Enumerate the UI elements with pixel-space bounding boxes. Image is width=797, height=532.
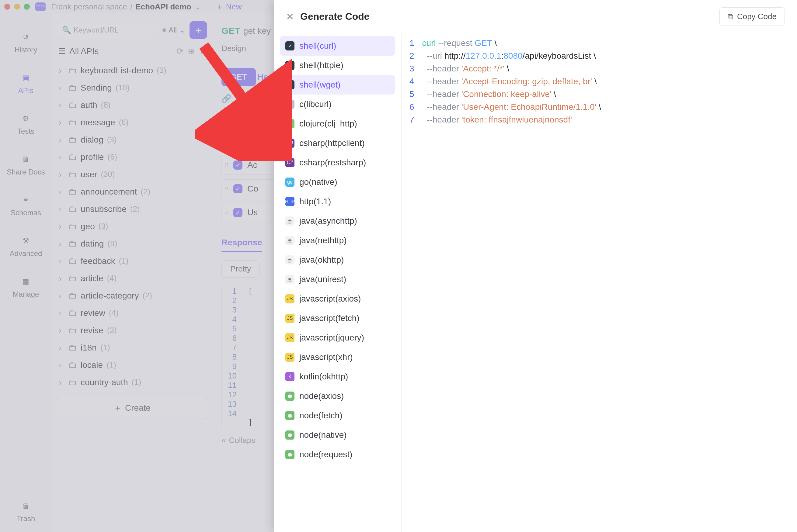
lang-label: java(asynchttp) [299,216,357,226]
lang-label: node(native) [299,430,347,440]
lang-item[interactable]: gogo(native) [280,172,395,192]
lang-item[interactable]: ☕java(okhttp) [280,250,395,270]
cs-icon: C# [285,139,295,148]
java-icon: ☕ [285,255,295,265]
cs-icon: C# [285,158,295,167]
lang-item[interactable]: C#csharp(restsharp) [280,153,395,172]
node-icon: ⬢ [285,411,295,420]
lang-label: java(okhttp) [299,255,344,265]
copy-code-button[interactable]: ⧉Copy Code [719,7,785,26]
lang-item[interactable]: ☕java(asynchttp) [280,211,395,231]
lang-item[interactable]: C#csharp(httpclient) [280,133,395,153]
lang-label: javascript(xhr) [299,352,353,362]
lang-label: java(nethttp) [299,235,347,245]
java-icon: ☕ [285,236,295,245]
js-icon: JS [285,353,295,362]
http-icon: HTTP [285,197,295,206]
lang-label: shell(wget) [299,80,340,90]
clj-icon: λ [285,119,295,128]
go-icon: go [285,177,295,187]
node-icon: ⬢ [285,431,295,440]
kotlin-icon: K [285,372,295,381]
close-icon[interactable]: ✕ [286,11,294,22]
generate-code-panel: ✕ Generate Code ⧉Copy Code >shell(curl)>… [274,0,797,532]
lang-label: javascript(jquery) [299,333,364,343]
lang-item[interactable]: JSjavascript(xhr) [280,347,395,367]
lang-item[interactable]: >shell(curl) [280,36,395,56]
java-icon: ☕ [285,216,295,226]
lang-label: csharp(httpclient) [299,138,365,148]
node-icon: ⬢ [285,392,295,401]
lang-item[interactable]: JSjavascript(jquery) [280,328,395,347]
code-view[interactable]: 1234567 curl --request GET \ --url http:… [402,33,797,532]
lang-label: javascript(fetch) [299,314,359,323]
shell-icon: > [285,80,295,89]
panel-title: Generate Code [300,11,370,22]
lang-label: clojure(clj_http) [299,119,357,129]
lang-item[interactable]: ⬢node(native) [280,425,395,445]
shell-icon: > [285,61,295,70]
lang-item[interactable]: Cc(libcurl) [280,95,395,114]
lang-item[interactable]: >shell(wget) [280,75,395,95]
lang-item[interactable]: HTTPhttp(1.1) [280,192,395,211]
lang-item[interactable]: ☕java(unirest) [280,270,395,289]
copy-icon: ⧉ [728,12,734,21]
lang-item[interactable]: ⬢node(axios) [280,386,395,406]
lang-item[interactable]: ⬢node(request) [280,445,395,464]
lang-item[interactable]: JSjavascript(axios) [280,289,395,308]
c-icon: C [285,100,295,109]
lang-label: kotlin(okhttp) [299,372,348,381]
lang-label: java(unirest) [299,274,346,284]
lang-label: node(request) [299,450,352,459]
lang-item[interactable]: Kkotlin(okhttp) [280,367,395,386]
lang-item[interactable]: JSjavascript(fetch) [280,308,395,328]
lang-label: http(1.1) [299,197,331,206]
lang-label: go(native) [299,177,337,187]
lang-item[interactable]: λclojure(clj_http) [280,114,395,133]
lang-item[interactable]: ⬢node(fetch) [280,406,395,425]
node-icon: ⬢ [285,450,295,459]
js-icon: JS [285,314,295,323]
lang-label: shell(curl) [299,41,336,51]
shell-icon: > [285,41,295,51]
lang-item[interactable]: ☕java(nethttp) [280,231,395,250]
language-list: >shell(curl)>shell(httpie)>shell(wget)Cc… [274,33,402,532]
lang-item[interactable]: >shell(httpie) [280,56,395,75]
java-icon: ☕ [285,275,295,284]
lang-label: node(fetch) [299,411,342,420]
lang-label: node(axios) [299,391,344,401]
lang-label: shell(httpie) [299,60,344,70]
lang-label: c(libcurl) [299,99,332,109]
js-icon: JS [285,333,295,342]
lang-label: javascript(axios) [299,294,361,304]
lang-label: csharp(restsharp) [299,158,366,168]
js-icon: JS [285,294,295,303]
